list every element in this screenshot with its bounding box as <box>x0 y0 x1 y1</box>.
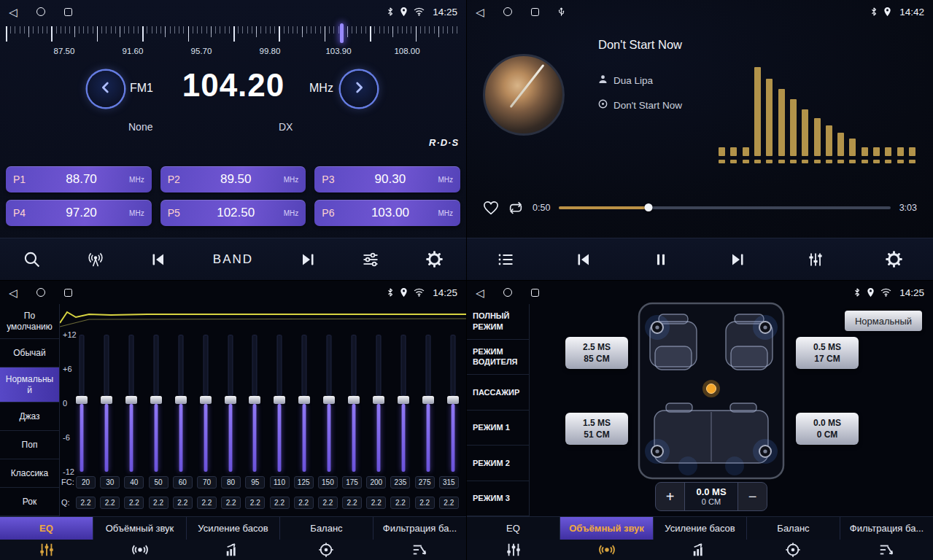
mode-1[interactable]: РЕЖИМ 1 <box>467 411 529 446</box>
gear-icon[interactable] <box>425 250 444 268</box>
preset-p1[interactable]: P188.70MHz <box>6 166 152 192</box>
home-button[interactable] <box>503 288 512 297</box>
seek-down-button[interactable] <box>88 71 124 107</box>
delay-increase-button[interactable]: + <box>656 483 685 510</box>
tab-filter[interactable]: Фильтрация ба... <box>373 517 466 540</box>
eq-band-slider[interactable] <box>225 335 236 472</box>
recents-button[interactable] <box>531 289 539 297</box>
q-label: Q: <box>61 498 70 507</box>
audio-settings-icon[interactable] <box>362 251 379 268</box>
delay-rear-right[interactable]: 0.0 MS0 CM <box>796 413 859 445</box>
tab-surround[interactable]: Объёмный звук <box>560 517 654 540</box>
progress-bar[interactable] <box>559 206 890 209</box>
delay-decrease-button[interactable]: − <box>738 483 767 510</box>
back-button[interactable]: ◁ <box>476 7 484 18</box>
preset-p2[interactable]: P289.50MHz <box>160 166 306 192</box>
preset-unit: MHz <box>438 209 453 217</box>
tab-eq[interactable]: EQ <box>467 517 560 540</box>
total-time: 3:03 <box>899 203 917 213</box>
delay-front-left[interactable]: 2.5 MS85 CM <box>565 337 628 369</box>
tab-filter[interactable]: Фильтрация ба... <box>840 517 933 540</box>
filter-tab-icon[interactable] <box>373 540 466 560</box>
delay-rear-left[interactable]: 1.5 MS51 CM <box>565 413 628 445</box>
eq-preset-rock[interactable]: Рок <box>0 488 59 516</box>
home-button[interactable] <box>36 288 45 297</box>
recents-button[interactable] <box>64 8 72 16</box>
eq-band-slider[interactable] <box>150 335 162 472</box>
eq-band-slider[interactable] <box>422 335 434 472</box>
eq-band-slider[interactable] <box>274 335 285 472</box>
eq-band-area: +12 +6 0 -6 -12 FC: 20304050607080951101… <box>60 304 466 516</box>
eq-band-slider[interactable] <box>249 335 260 472</box>
eq-band-slider[interactable] <box>101 335 112 472</box>
eq-band-slider[interactable] <box>298 335 310 472</box>
eq-preset-default[interactable]: По умолчанию <box>0 304 59 339</box>
previous-track-icon[interactable] <box>575 251 592 268</box>
tuner-needle[interactable] <box>340 23 344 43</box>
tab-bass-boost[interactable]: Усиление басов <box>654 517 747 540</box>
eq-band-slider[interactable] <box>348 335 360 472</box>
repeat-icon[interactable] <box>508 201 524 214</box>
next-track-icon[interactable] <box>729 251 746 268</box>
back-button[interactable]: ◁ <box>9 7 18 18</box>
seek-up-button[interactable] <box>341 71 377 107</box>
eq-preset-custom[interactable]: Обычай <box>0 339 59 368</box>
eq-band-slider[interactable] <box>76 335 88 472</box>
playlist-icon[interactable] <box>497 251 514 268</box>
eq-band-slider[interactable] <box>398 335 409 472</box>
preset-p6[interactable]: P6103.00MHz <box>314 200 460 226</box>
tab-eq[interactable]: EQ <box>0 517 93 540</box>
tab-balance[interactable]: Баланс <box>280 517 373 540</box>
mode-3[interactable]: РЕЖИМ 3 <box>467 481 529 517</box>
eq-preset-pop[interactable]: Поп <box>0 431 59 459</box>
home-button[interactable] <box>503 7 512 16</box>
eq-band-slider[interactable] <box>323 335 335 472</box>
mixer-icon[interactable] <box>807 251 824 268</box>
mode-driver[interactable]: РЕЖИМ ВОДИТЕЛЯ <box>467 340 529 376</box>
favorite-icon[interactable] <box>483 201 499 215</box>
sound-preset-button[interactable]: Нормальный <box>845 311 922 331</box>
eq-band-slider[interactable] <box>125 335 137 472</box>
eq-tab-icon[interactable] <box>467 540 560 560</box>
broadcast-scan-icon[interactable] <box>87 251 104 268</box>
mode-2[interactable]: РЕЖИМ 2 <box>467 446 529 481</box>
delay-front-right[interactable]: 0.5 MS17 CM <box>796 337 859 369</box>
tab-bass-boost[interactable]: Усиление басов <box>187 517 280 540</box>
back-button[interactable]: ◁ <box>9 287 18 298</box>
eq-band-slider[interactable] <box>200 335 212 472</box>
pause-icon[interactable] <box>653 252 669 268</box>
band-button[interactable]: BAND <box>213 252 253 267</box>
preset-p3[interactable]: P390.30MHz <box>314 166 460 192</box>
eq-tab-icon[interactable] <box>0 540 93 560</box>
eq-preset-classic[interactable]: Классика <box>0 459 59 488</box>
bass-boost-tab-icon[interactable] <box>654 540 747 560</box>
recents-button[interactable] <box>531 8 539 16</box>
mode-passenger[interactable]: ПАССАЖИР <box>467 375 529 411</box>
eq-band-slider[interactable] <box>373 335 384 472</box>
tab-balance[interactable]: Баланс <box>747 517 840 540</box>
filter-tab-icon[interactable] <box>840 540 933 560</box>
eq-band-slider[interactable] <box>175 335 187 472</box>
back-button[interactable]: ◁ <box>476 287 484 298</box>
balance-tab-icon[interactable] <box>746 540 840 560</box>
listener-position-dot[interactable] <box>707 384 716 394</box>
eq-preset-jazz[interactable]: Джаз <box>0 402 59 431</box>
mode-full[interactable]: ПОЛНЫЙ РЕЖИМ <box>467 304 529 340</box>
preset-p5[interactable]: P5102.50MHz <box>160 200 306 226</box>
eq-preset-normal[interactable]: Нормальный <box>0 368 59 402</box>
gear-icon[interactable] <box>885 250 903 268</box>
previous-icon[interactable] <box>150 251 167 268</box>
tab-surround[interactable]: Объёмный звук <box>93 517 187 540</box>
tuner-scale[interactable] <box>6 26 461 42</box>
recents-button[interactable] <box>64 289 72 297</box>
progress-thumb[interactable] <box>645 203 653 211</box>
next-icon[interactable] <box>299 251 317 268</box>
surround-tab-icon[interactable] <box>560 540 654 560</box>
preset-p4[interactable]: P497.20MHz <box>6 200 152 226</box>
surround-tab-icon[interactable] <box>93 540 187 560</box>
search-icon[interactable] <box>23 250 41 268</box>
home-button[interactable] <box>36 7 45 16</box>
balance-tab-icon[interactable] <box>279 540 373 560</box>
eq-band-slider[interactable] <box>447 335 459 472</box>
bass-boost-tab-icon[interactable] <box>187 540 280 560</box>
